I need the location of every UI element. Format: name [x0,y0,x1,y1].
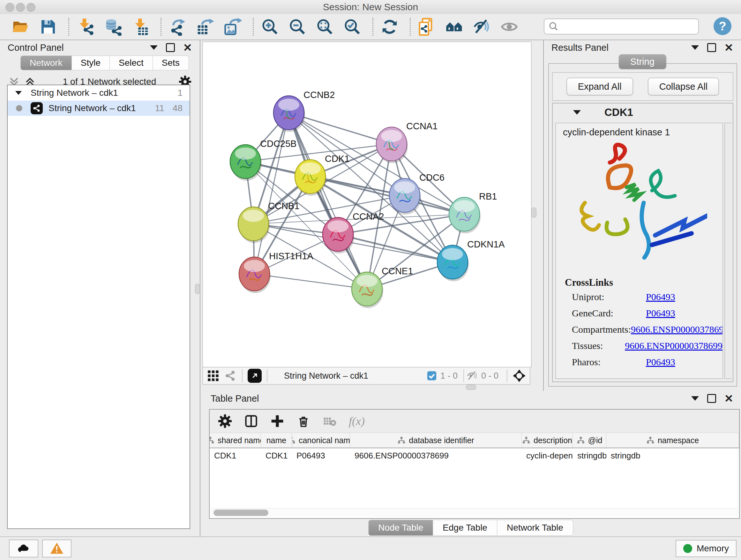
node-details-content: cyclin-dependent kinase 1 [555,123,723,379]
results-panel-title: Results Panel [551,43,609,53]
expand-all-button[interactable]: Expand All [566,78,633,96]
help-icon[interactable]: ? [714,17,731,35]
vertical-scrollbar[interactable] [724,123,731,379]
zoom-in-icon[interactable] [261,17,279,36]
network-canvas[interactable]: CCNB2CCNA1CDC25BCDK1CDC6RB1CCNB1CCNA2CDK… [202,42,532,368]
column-header[interactable]: description [522,433,573,448]
export-network-icon[interactable] [169,17,187,36]
memory-button[interactable]: Memory [676,540,737,557]
tab-network[interactable]: Network [20,56,72,70]
column-header[interactable]: database identifier [350,433,522,448]
open-in-new-window-icon[interactable] [248,369,262,383]
column-header[interactable]: shared name [210,433,261,448]
delete-table-icon[interactable] [323,414,337,428]
network-node-label: CCNE1 [382,266,413,276]
import-network-from-file-icon[interactable] [76,17,95,36]
panel-menu-icon[interactable] [691,45,699,50]
table-gear-icon[interactable] [218,414,232,428]
save-session-icon[interactable] [39,17,57,36]
float-panel-icon[interactable] [707,43,716,52]
scrollbar-thumb[interactable] [213,509,268,516]
grid-view-icon[interactable] [207,369,219,382]
duplicate-network-icon[interactable] [418,17,436,36]
crosslink-link[interactable]: P06493 [646,357,675,368]
tab-string[interactable]: String [619,54,666,69]
network-collection-row[interactable]: String Network – cdk1 1 [8,85,190,101]
horizontal-scrollbar[interactable] [211,508,738,517]
tab-node-table[interactable]: Node Table [368,520,433,536]
float-panel-icon[interactable] [707,394,716,403]
collapse-icon[interactable] [15,91,22,95]
table-row[interactable]: CDK1 CDK1 P06493 9606.ENSP00000378699 cy… [210,448,739,463]
splitter-handle[interactable] [531,207,536,218]
warning-button[interactable] [42,540,71,557]
zoom-out-icon[interactable] [288,17,307,36]
cell-shared-name[interactable]: CDK1 [210,448,261,463]
function-builder-icon[interactable]: f(x) [349,415,365,428]
crosslink-link[interactable]: P06493 [646,308,675,319]
panel-menu-icon[interactable] [150,45,158,50]
column-header[interactable]: canonical name [292,433,350,448]
network-node-CDC6[interactable]: CDC6 [389,172,445,214]
crosslink-link[interactable]: 9606.ENSP00000378699 [631,324,723,335]
cell-canonical-name[interactable]: P06493 [292,448,350,463]
close-panel-icon[interactable]: ✕ [724,393,734,404]
column-header[interactable]: namespace [606,433,739,448]
panel-menu-icon[interactable] [691,396,699,401]
splitter-handle[interactable] [195,284,200,294]
share-view-icon[interactable] [224,369,237,382]
show-columns-icon[interactable] [244,414,258,428]
hidden-eye-slash-icon[interactable] [467,370,478,381]
cloud-button[interactable] [9,540,38,557]
column-header[interactable]: name [261,433,292,448]
collapse-section-icon[interactable] [573,110,581,115]
import-table-icon[interactable] [131,17,150,36]
network-node-HIST1H1A[interactable]: HIST1H1A [239,251,313,293]
column-header[interactable]: @id [573,433,606,448]
string-network-graph[interactable]: CCNB2CCNA1CDC25BCDK1CDC6RB1CCNB1CCNA2CDK… [203,42,531,367]
crosslink-link[interactable]: 9606.ENSP00000378699 [625,340,723,351]
network-row[interactable]: String Network – cdk1 11 48 [8,101,190,116]
network-node-CCNB2[interactable]: CCNB2 [273,90,335,132]
zoom-fit-icon[interactable] [316,17,334,36]
crosslink-link[interactable]: P06493 [646,292,675,302]
network-node-RB1[interactable]: RB1 [449,191,497,233]
export-table-icon[interactable] [196,17,214,36]
search-input[interactable] [559,20,698,33]
network-node-CDK1[interactable]: CDK1 [295,153,349,196]
crosslink-label: Uniprot: [565,292,646,302]
tab-select[interactable]: Select [110,56,153,70]
cell-id[interactable]: stringdb:9... [573,448,606,463]
close-panel-icon[interactable]: ✕ [183,42,192,53]
export-image-icon[interactable] [223,17,242,36]
float-panel-icon[interactable] [166,43,175,52]
selected-checkbox-icon[interactable] [426,370,437,381]
tab-style[interactable]: Style [71,56,110,70]
collapse-all-button[interactable]: Collapse All [648,78,719,96]
network-node-CCNA1[interactable]: CCNA1 [376,121,437,163]
eye-icon[interactable] [500,17,519,36]
open-session-icon[interactable] [11,17,30,36]
hide-unhide-icon[interactable] [473,17,491,36]
title-bar: Session: New Session [0,0,741,14]
birdseye-icon[interactable] [513,369,526,382]
network-tree: String Network – cdk1 1 String Network –… [7,84,190,529]
zoom-selected-icon[interactable] [343,17,361,36]
import-network-from-database-icon[interactable] [104,17,122,36]
houses-icon[interactable] [445,17,464,36]
network-node-CDKN1A[interactable]: CDKN1A [437,239,505,281]
add-column-icon[interactable] [270,414,284,428]
close-panel-icon[interactable]: ✕ [724,42,734,53]
cell-description[interactable]: cyclin-dependent ... [522,448,573,463]
cell-database-identifier[interactable]: 9606.ENSP00000378699 [350,448,522,463]
splitter-handle[interactable] [466,385,476,390]
tab-sets[interactable]: Sets [152,56,189,70]
cell-name[interactable]: CDK1 [261,448,292,463]
delete-column-icon[interactable] [296,414,311,428]
tab-edge-table[interactable]: Edge Table [433,520,497,536]
refresh-icon[interactable] [381,17,399,36]
tab-network-table[interactable]: Network Table [497,520,573,536]
network-node-CCNE1[interactable]: CCNE1 [352,266,413,308]
cell-namespace[interactable]: stringdb [606,448,739,463]
node-table-box: f(x) shared name name canonical name dat… [209,409,740,519]
